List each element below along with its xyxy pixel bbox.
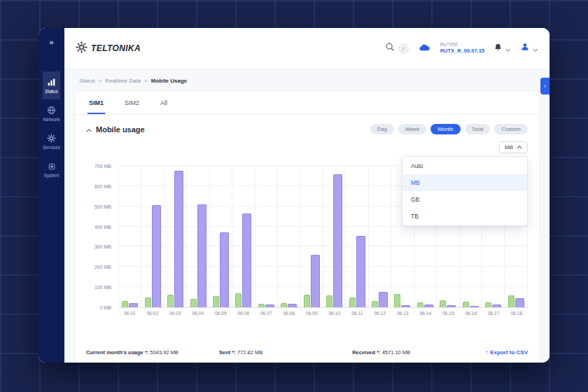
bar-received-06-05[interactable]	[220, 232, 229, 307]
bar-sent-06-16[interactable]	[463, 302, 469, 307]
search-shortcut-badge: /	[398, 43, 409, 54]
user-menu-button[interactable]	[520, 42, 538, 55]
bar-received-06-08[interactable]	[288, 304, 297, 307]
sidebar-item-system[interactable]: System	[43, 155, 60, 183]
export-csv-label: Export to CSV	[490, 349, 528, 356]
range-pill-day[interactable]: Day	[370, 124, 394, 134]
bar-received-06-17[interactable]	[492, 304, 501, 307]
bar-sent-06-17[interactable]	[485, 302, 491, 307]
usage-stat-value: 4571.10 MB	[381, 349, 411, 356]
bar-sent-06-09[interactable]	[304, 295, 310, 307]
unit-option-auto[interactable]: Auto	[402, 158, 527, 174]
y-axis-tick-label: 100 MB	[94, 285, 111, 290]
bar-group	[301, 166, 323, 307]
usage-stat-label: Sent *:	[219, 349, 236, 356]
bar-received-06-18[interactable]	[515, 298, 524, 307]
tab-bar: SIM1SIM2All	[75, 92, 539, 115]
x-axis-labels: 06-0106-0206-0306-0406-0506-0606-0706-08…	[118, 308, 528, 316]
unit-option-tb[interactable]: TB	[402, 208, 527, 225]
section-title-group[interactable]: Mobile usage	[86, 125, 145, 134]
sidebar-item-status[interactable]: Status	[43, 71, 60, 99]
device-info[interactable]: RUTX50 RUTX_R_00.07.15	[440, 42, 484, 55]
usage-stats: Current month's usage *: 5343.92 MBSent …	[86, 349, 485, 356]
header-actions: / RUTX50 RUTX_R_00.07.15	[385, 42, 538, 55]
bar-received-06-01[interactable]	[129, 303, 138, 307]
bar-sent-06-07[interactable]	[258, 304, 265, 307]
bar-received-06-14[interactable]	[424, 304, 433, 307]
bar-received-06-13[interactable]	[401, 305, 410, 307]
sidebar-expand-button[interactable]: »	[49, 38, 53, 46]
bar-received-06-02[interactable]	[152, 205, 161, 307]
search-icon	[385, 42, 395, 55]
search-button[interactable]: /	[385, 42, 409, 55]
y-axis-tick-label: 700 MB	[94, 164, 111, 169]
usage-stat-label: Received *:	[352, 349, 380, 356]
bar-sent-06-06[interactable]	[235, 293, 241, 307]
range-pill-week[interactable]: Week	[398, 124, 426, 134]
bar-sent-06-12[interactable]	[372, 301, 378, 307]
sidebar: » StatusNetworkServicesSystem	[38, 28, 64, 363]
y-axis-tick-label: 200 MB	[94, 265, 111, 270]
bar-received-06-04[interactable]	[197, 204, 206, 307]
bar-group	[119, 166, 141, 307]
bar-group	[278, 166, 300, 307]
chevron-up-icon	[517, 144, 522, 150]
bar-sent-06-04[interactable]	[190, 299, 197, 307]
chip-icon	[48, 162, 56, 171]
tab-sim2[interactable]: SIM2	[123, 92, 141, 114]
teltonika-logo[interactable]: TELTONIKA	[76, 41, 141, 56]
bar-received-06-09[interactable]	[311, 255, 320, 307]
bar-received-06-15[interactable]	[447, 305, 456, 307]
sidebar-item-label: System	[44, 173, 59, 178]
usage-stat-value: 772.82 MB	[236, 349, 262, 356]
range-pill-custom[interactable]: Custom	[494, 124, 528, 134]
bar-received-06-12[interactable]	[379, 292, 388, 307]
unit-select[interactable]: MB	[499, 141, 528, 153]
bar-sent-06-13[interactable]	[394, 294, 400, 307]
bar-received-06-06[interactable]	[242, 214, 251, 307]
bar-sent-06-01[interactable]	[122, 301, 128, 307]
sidebar-item-services[interactable]: Services	[43, 127, 60, 155]
bar-sent-06-11[interactable]	[349, 298, 356, 307]
x-axis-tick-label: 06-12	[369, 311, 392, 316]
bar-sent-06-05[interactable]	[213, 296, 219, 307]
sidebar-item-label: Network	[43, 117, 60, 122]
unit-option-mb[interactable]: MB	[402, 174, 527, 191]
notifications-button[interactable]	[493, 42, 511, 55]
bar-sent-06-18[interactable]	[508, 295, 514, 307]
panel-collapse-button[interactable]: ‹	[540, 78, 550, 94]
usage-stat-label: Current month's usage *:	[86, 349, 148, 356]
sidebar-item-label: Services	[43, 145, 60, 150]
x-axis-tick-label: 06-03	[164, 311, 187, 316]
bar-sent-06-14[interactable]	[417, 302, 424, 307]
breadcrumb-item[interactable]: Status	[79, 78, 95, 84]
breadcrumb-item[interactable]: Mobile Usage	[151, 78, 188, 84]
bar-received-06-16[interactable]	[470, 306, 479, 307]
usage-stat: Received *: 4571.10 MB	[352, 349, 485, 356]
stats-row: Current month's usage *: 5343.92 MBSent …	[75, 344, 539, 363]
bar-received-06-10[interactable]	[333, 174, 342, 307]
user-icon	[520, 42, 530, 55]
export-csv-button[interactable]: ↑ Export to CSV	[485, 349, 528, 356]
bar-sent-06-03[interactable]	[167, 295, 174, 307]
bar-sent-06-15[interactable]	[440, 300, 446, 307]
cloud-icon[interactable]	[418, 42, 431, 55]
unit-option-gb[interactable]: GB	[402, 191, 527, 208]
bar-received-06-07[interactable]	[265, 304, 274, 307]
sidebar-item-label: Status	[45, 89, 57, 94]
tab-all[interactable]: All	[159, 92, 169, 114]
breadcrumb: Status>Realtime Data>Mobile Usage	[64, 69, 550, 91]
range-pill-total[interactable]: Total	[465, 124, 491, 134]
bar-group	[232, 166, 255, 307]
bar-sent-06-10[interactable]	[326, 295, 332, 307]
tab-sim1[interactable]: SIM1	[88, 92, 105, 114]
bar-sent-06-02[interactable]	[145, 298, 151, 307]
bar-sent-06-08[interactable]	[281, 303, 287, 307]
range-pill-month[interactable]: Month	[430, 124, 460, 134]
bar-received-06-11[interactable]	[356, 236, 365, 307]
bar-group	[187, 166, 209, 307]
breadcrumb-item[interactable]: Realtime Data	[105, 78, 141, 84]
x-axis-tick-label: 06-13	[391, 311, 414, 316]
bar-received-06-03[interactable]	[174, 171, 183, 307]
sidebar-item-network[interactable]: Network	[43, 99, 60, 127]
